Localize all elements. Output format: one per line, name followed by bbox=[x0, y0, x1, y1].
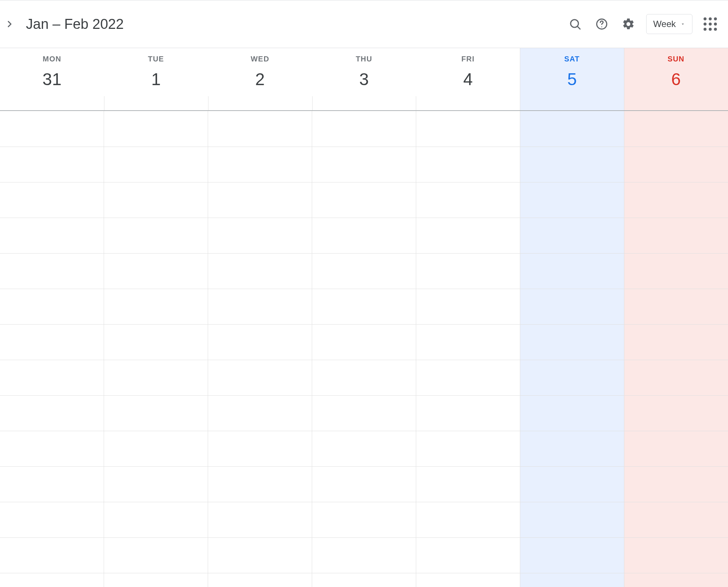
svg-line-1 bbox=[578, 27, 580, 29]
hour-divider bbox=[0, 182, 728, 182]
header-right: Week bbox=[566, 14, 719, 34]
search-icon bbox=[568, 17, 582, 31]
caret-down-icon bbox=[680, 21, 685, 27]
hour-divider bbox=[0, 289, 728, 289]
calendar-header: Jan – Feb 2022 Week bbox=[0, 0, 728, 48]
day-number[interactable]: 1 bbox=[143, 66, 169, 92]
day-label: TUE bbox=[148, 55, 164, 63]
svg-point-3 bbox=[601, 26, 602, 27]
settings-button[interactable] bbox=[620, 15, 637, 33]
day-header-fri: FRI4 bbox=[416, 48, 520, 110]
day-label: THU bbox=[356, 55, 373, 63]
day-label: WED bbox=[251, 55, 269, 63]
view-selector[interactable]: Week bbox=[646, 14, 692, 34]
day-header-tue: TUE1 bbox=[104, 48, 208, 110]
svg-point-0 bbox=[571, 20, 578, 27]
day-header-sat: SAT5 bbox=[520, 48, 624, 110]
hour-divider bbox=[0, 537, 728, 538]
hour-divider bbox=[0, 466, 728, 467]
day-number[interactable]: 2 bbox=[247, 66, 273, 92]
hour-divider bbox=[0, 431, 728, 431]
header-left: Jan – Feb 2022 bbox=[0, 16, 124, 32]
hour-divider bbox=[0, 502, 728, 502]
day-number[interactable]: 3 bbox=[351, 66, 377, 92]
hour-divider bbox=[0, 218, 728, 218]
help-icon bbox=[595, 17, 608, 31]
gear-icon bbox=[622, 17, 635, 31]
help-button[interactable] bbox=[593, 15, 611, 33]
day-header-mon: MON31 bbox=[0, 48, 104, 110]
day-number[interactable]: 5 bbox=[559, 66, 585, 92]
hour-divider bbox=[0, 360, 728, 360]
next-arrow-button[interactable] bbox=[2, 17, 17, 31]
day-label: FRI bbox=[461, 55, 475, 63]
day-number[interactable]: 4 bbox=[455, 66, 481, 92]
apps-grid-icon bbox=[704, 17, 717, 31]
hour-divider bbox=[0, 395, 728, 396]
chevron-right-icon bbox=[4, 19, 15, 29]
day-label: SUN bbox=[668, 55, 685, 63]
day-header-wed: WED2 bbox=[208, 48, 312, 110]
day-number[interactable]: 31 bbox=[39, 66, 65, 92]
search-button[interactable] bbox=[566, 15, 584, 33]
day-number[interactable]: 6 bbox=[663, 66, 689, 92]
hour-divider bbox=[0, 147, 728, 147]
day-headers-row: MON31TUE1WED2THU3FRI4SAT5SUN6 bbox=[0, 48, 728, 111]
view-selector-label: Week bbox=[653, 19, 676, 29]
hour-divider bbox=[0, 573, 728, 573]
week-grid[interactable] bbox=[0, 111, 728, 587]
day-label: MON bbox=[43, 55, 61, 63]
hour-divider bbox=[0, 253, 728, 254]
day-label: SAT bbox=[564, 55, 580, 63]
day-header-sun: SUN6 bbox=[624, 48, 728, 110]
date-range-title: Jan – Feb 2022 bbox=[26, 16, 124, 32]
google-apps-button[interactable] bbox=[701, 15, 719, 33]
hour-divider bbox=[0, 324, 728, 325]
day-header-thu: THU3 bbox=[312, 48, 416, 110]
